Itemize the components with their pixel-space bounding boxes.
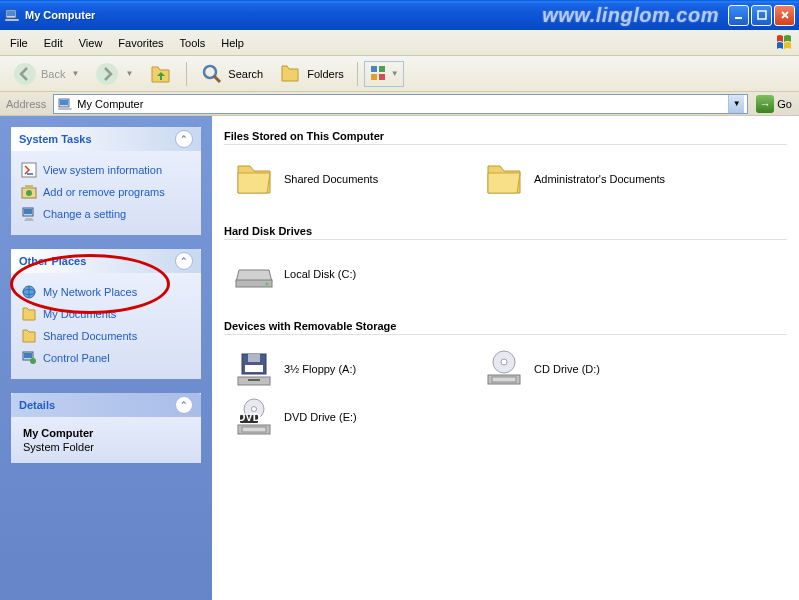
panel-body: My Network Places My Documents Shared Do…	[11, 273, 201, 379]
info-icon	[21, 162, 37, 178]
link-shared-documents[interactable]: Shared Documents	[21, 325, 191, 347]
other-places-panel: Other Places ⌃ My Network Places My Docu…	[11, 249, 201, 379]
link-label: Control Panel	[43, 352, 110, 364]
address-field[interactable]: My Computer ▼	[53, 94, 748, 114]
close-button[interactable]	[774, 5, 795, 26]
go-label: Go	[777, 98, 792, 110]
svg-rect-3	[735, 17, 742, 19]
svg-rect-36	[492, 377, 516, 382]
svg-point-25	[30, 358, 36, 364]
item-cd-drive-d[interactable]: CD Drive (D:)	[484, 345, 734, 393]
menu-help[interactable]: Help	[213, 33, 252, 53]
svg-point-18	[26, 190, 32, 196]
item-admin-documents[interactable]: Administrator's Documents	[484, 155, 734, 203]
link-label: Change a setting	[43, 208, 126, 220]
svg-rect-42	[242, 427, 266, 432]
go-button[interactable]: → Go	[752, 94, 796, 114]
collapse-icon[interactable]: ⌃	[175, 252, 193, 270]
svg-rect-2	[5, 19, 19, 21]
views-icon	[369, 64, 389, 84]
address-label: Address	[3, 98, 49, 110]
item-shared-documents[interactable]: Shared Documents	[234, 155, 484, 203]
menu-edit[interactable]: Edit	[36, 33, 71, 53]
menu-file[interactable]: File	[2, 33, 36, 53]
svg-rect-1	[7, 11, 15, 16]
views-button[interactable]: ▼	[364, 61, 404, 87]
item-dvd-drive-e[interactable]: DVD DVD Drive (E:)	[234, 393, 484, 441]
toolbar: Back ▼ ▼ Search Folders ▼	[0, 56, 799, 92]
section-files-stored: Files Stored on This Computer	[224, 126, 787, 145]
svg-point-6	[96, 63, 118, 85]
svg-rect-20	[24, 209, 32, 214]
item-floppy-a[interactable]: 3½ Floppy (A:)	[234, 345, 484, 393]
folders-label: Folders	[307, 68, 344, 80]
details-type: System Folder	[23, 441, 189, 453]
collapse-icon[interactable]: ⌃	[175, 396, 193, 414]
svg-rect-11	[379, 74, 385, 80]
item-label: Administrator's Documents	[534, 173, 665, 185]
back-label: Back	[41, 68, 65, 80]
toolbar-separator	[357, 62, 358, 86]
details-panel: Details ⌃ My Computer System Folder	[11, 393, 201, 463]
section-hard-disk: Hard Disk Drives	[224, 221, 787, 240]
panel-title: Other Places	[19, 255, 86, 267]
collapse-icon[interactable]: ⌃	[175, 130, 193, 148]
svg-rect-30	[245, 365, 263, 372]
up-button[interactable]	[142, 58, 180, 90]
folders-icon	[279, 62, 303, 86]
items-hdd: Local Disk (C:)	[224, 250, 787, 298]
system-tasks-header[interactable]: System Tasks ⌃	[11, 127, 201, 151]
content-area: Files Stored on This Computer Shared Doc…	[212, 116, 799, 600]
toolbar-separator	[186, 62, 187, 86]
menu-bar: File Edit View Favorites Tools Help	[0, 30, 799, 56]
other-places-header[interactable]: Other Places ⌃	[11, 249, 201, 273]
item-label: Local Disk (C:)	[284, 268, 356, 280]
link-my-documents[interactable]: My Documents	[21, 303, 191, 325]
svg-point-34	[501, 359, 507, 365]
window-controls	[728, 5, 795, 26]
item-label: 3½ Floppy (A:)	[284, 363, 356, 375]
items-removable: 3½ Floppy (A:) CD Drive (D:) DVD DVD Dri…	[224, 345, 787, 441]
search-label: Search	[228, 68, 263, 80]
dropdown-arrow-icon: ▼	[125, 69, 133, 78]
svg-rect-14	[58, 108, 72, 110]
svg-rect-4	[758, 11, 766, 19]
task-view-system-info[interactable]: View system information	[21, 159, 191, 181]
details-header[interactable]: Details ⌃	[11, 393, 201, 417]
dvd-drive-icon: DVD	[234, 397, 274, 437]
item-local-disk-c[interactable]: Local Disk (C:)	[234, 250, 484, 298]
svg-rect-9	[379, 66, 385, 72]
system-tasks-panel: System Tasks ⌃ View system information A…	[11, 127, 201, 235]
menu-favorites[interactable]: Favorites	[110, 33, 171, 53]
main-area: System Tasks ⌃ View system information A…	[0, 116, 799, 600]
link-network-places[interactable]: My Network Places	[21, 281, 191, 303]
item-label: CD Drive (D:)	[534, 363, 600, 375]
menu-view[interactable]: View	[71, 33, 111, 53]
task-add-remove-programs[interactable]: Add or remove programs	[21, 181, 191, 203]
dropdown-arrow-icon: ▼	[391, 69, 399, 78]
svg-rect-8	[371, 66, 377, 72]
link-control-panel[interactable]: Control Panel	[21, 347, 191, 369]
task-change-setting[interactable]: Change a setting	[21, 203, 191, 225]
svg-text:DVD: DVD	[237, 411, 260, 423]
control-panel-icon	[21, 350, 37, 366]
menu-tools[interactable]: Tools	[172, 33, 214, 53]
minimize-button[interactable]	[728, 5, 749, 26]
back-arrow-icon	[13, 62, 37, 86]
search-button[interactable]: Search	[193, 58, 270, 90]
documents-icon	[21, 306, 37, 322]
item-label: Shared Documents	[284, 173, 378, 185]
link-label: My Network Places	[43, 286, 137, 298]
folders-button[interactable]: Folders	[272, 58, 351, 90]
item-label: DVD Drive (E:)	[284, 411, 357, 423]
address-dropdown-button[interactable]: ▼	[728, 95, 744, 113]
my-computer-icon	[4, 7, 20, 23]
forward-button[interactable]: ▼	[88, 58, 140, 90]
watermark: www.linglom.com	[542, 4, 719, 27]
shared-folder-icon	[21, 328, 37, 344]
sidebar: System Tasks ⌃ View system information A…	[0, 116, 212, 600]
maximize-button[interactable]	[751, 5, 772, 26]
settings-icon	[21, 206, 37, 222]
back-button[interactable]: Back ▼	[6, 58, 86, 90]
folder-icon	[484, 159, 524, 199]
